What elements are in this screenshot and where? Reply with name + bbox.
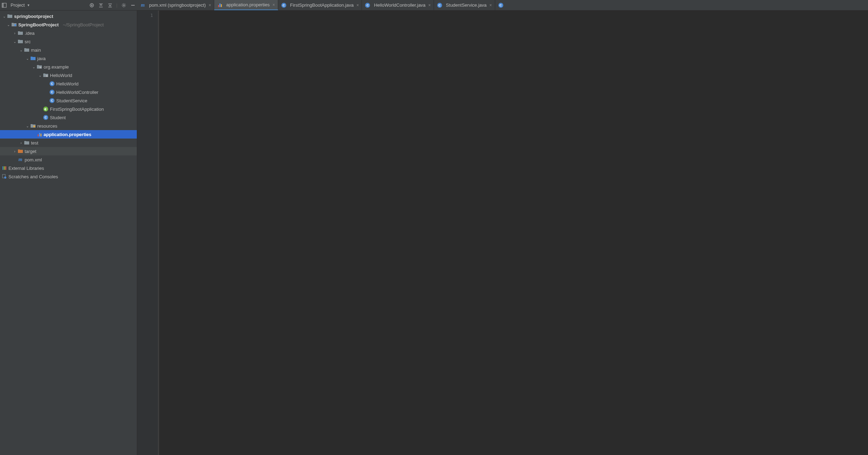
maven-icon: m (18, 157, 23, 162)
toolwindow-title: Project (11, 2, 25, 8)
tree-label: target (25, 149, 38, 154)
expand-arrow-icon[interactable]: ⌄ (1, 14, 7, 18)
project-tree: ⌄ springbootproject ⌄ SpringBootProject … (0, 11, 137, 455)
tree-external-libraries[interactable]: External Libraries (0, 164, 137, 172)
java-class-icon: C (281, 2, 287, 8)
tree-resources-folder[interactable]: ⌄ resources (0, 122, 137, 130)
tree-test-folder[interactable]: › test (0, 139, 137, 147)
folder-icon (24, 140, 30, 146)
tree-main-folder[interactable]: ⌄ main (0, 46, 137, 54)
java-class-icon: C (365, 2, 370, 8)
tree-label: Student (50, 115, 68, 120)
expand-arrow-icon[interactable]: ⌄ (6, 23, 11, 27)
svg-rect-17 (5, 166, 5, 170)
library-icon (1, 165, 7, 171)
tree-java-folder[interactable]: ⌄ java (0, 54, 137, 63)
tree-label: java (37, 56, 48, 61)
tree-root[interactable]: ⌄ springbootproject (0, 12, 137, 20)
folder-icon (18, 30, 23, 36)
tree-label: src (25, 39, 33, 44)
java-class-icon: C (498, 2, 504, 8)
java-class-icon: C (49, 81, 55, 86)
expand-arrow-icon[interactable]: ⌄ (25, 124, 30, 128)
collapse-all-icon[interactable] (107, 2, 113, 8)
close-icon[interactable]: × (489, 3, 492, 8)
project-dropdown[interactable]: Project ▼ (1, 2, 30, 8)
module-icon (11, 22, 17, 27)
package-icon (37, 64, 42, 70)
tab-first-spring-boot-application[interactable]: C FirstSpringBootApplication.java × (278, 0, 362, 10)
expand-arrow-icon[interactable]: ⌄ (37, 73, 43, 77)
tab-application-properties[interactable]: application.properties × (214, 0, 278, 10)
folder-icon (24, 47, 30, 53)
svg-rect-11 (14, 24, 16, 26)
maven-icon: m (140, 2, 146, 8)
tree-class-helloworldcontroller[interactable]: C HelloWorldController (0, 88, 137, 96)
hide-icon[interactable] (130, 2, 136, 8)
expand-arrow-icon[interactable]: ⌄ (25, 57, 30, 60)
tree-class-student[interactable]: C Student (0, 113, 137, 122)
separator: | (116, 2, 117, 8)
folder-icon (7, 13, 13, 19)
tree-src-folder[interactable]: ⌄ src (0, 37, 137, 46)
tree-label: pom.xml (25, 157, 44, 162)
tab-partial[interactable]: C (495, 0, 505, 10)
tab-label: StudentService.java (446, 2, 487, 8)
close-icon[interactable]: × (356, 3, 359, 8)
tree-label: springbootproject (14, 14, 55, 19)
editor-pane: 1 (137, 11, 868, 455)
tree-class-helloworld[interactable]: C HelloWorld (0, 79, 137, 88)
expand-arrow-icon[interactable]: › (12, 149, 18, 153)
sources-folder-icon (30, 56, 36, 61)
svg-rect-18 (6, 166, 6, 170)
tree-label: SpringBootProject (18, 22, 61, 27)
close-icon[interactable]: × (428, 3, 431, 8)
editor-tabs: m pom.xml (springbootproject) × applicat… (137, 0, 868, 10)
tree-label: test (31, 140, 40, 146)
svg-point-12 (40, 67, 42, 69)
tree-file-pom-xml[interactable]: m pom.xml (0, 155, 137, 164)
tree-class-studentservice[interactable]: C StudentService (0, 96, 137, 105)
tree-file-application-properties[interactable]: application.properties (0, 130, 137, 139)
svg-rect-15 (2, 166, 3, 170)
settings-icon[interactable] (121, 2, 127, 8)
tab-hello-world-controller[interactable]: C HelloWorldController.java × (362, 0, 434, 10)
tree-label: application.properties (44, 132, 94, 137)
project-toolwindow-header: Project ▼ | (0, 0, 137, 10)
tree-scratches[interactable]: Scratches and Consoles (0, 172, 137, 181)
folder-icon (18, 39, 23, 44)
expand-all-icon[interactable] (98, 2, 104, 8)
tree-label: Scratches and Consoles (8, 174, 60, 179)
tree-target-folder[interactable]: › target (0, 147, 137, 155)
toolwindow-toolbar: | (89, 2, 136, 8)
excluded-folder-icon (18, 148, 23, 154)
expand-arrow-icon[interactable]: ⌄ (18, 48, 24, 52)
spring-boot-icon: ◐ (43, 106, 49, 112)
java-class-icon: C (49, 89, 55, 95)
tree-label: HelloWorld (50, 73, 74, 78)
expand-arrow-icon[interactable]: ⌄ (31, 65, 37, 69)
tree-package-helloworld[interactable]: ⌄ HelloWorld (0, 71, 137, 79)
tree-class-firstspringbootapp[interactable]: ◐ FirstSpringBootApplication (0, 105, 137, 113)
tab-student-service[interactable]: C StudentService.java × (434, 0, 495, 10)
svg-rect-14 (33, 126, 35, 127)
tab-pom-xml[interactable]: m pom.xml (springbootproject) × (137, 0, 214, 10)
tree-idea-folder[interactable]: › .idea (0, 29, 137, 37)
expand-arrow-icon[interactable]: › (12, 31, 18, 35)
resources-folder-icon (30, 123, 36, 129)
tree-package-org-example[interactable]: ⌄ org.example (0, 63, 137, 71)
expand-arrow-icon[interactable]: ⌄ (12, 40, 18, 44)
svg-rect-1 (2, 3, 4, 7)
close-icon[interactable]: × (208, 3, 211, 8)
properties-icon (37, 132, 42, 137)
editor-content[interactable] (159, 11, 868, 455)
tree-hint: ~/SpringBootProject (61, 22, 104, 27)
close-icon[interactable]: × (272, 2, 275, 7)
tab-label: HelloWorldController.java (374, 2, 425, 8)
select-opened-file-icon[interactable] (89, 2, 95, 8)
tree-label: HelloWorldController (56, 90, 101, 95)
editor-gutter: 1 (137, 11, 158, 455)
tree-module[interactable]: ⌄ SpringBootProject ~/SpringBootProject (0, 20, 137, 29)
expand-arrow-icon[interactable]: › (18, 141, 24, 145)
tab-label: pom.xml (springbootproject) (149, 2, 206, 8)
